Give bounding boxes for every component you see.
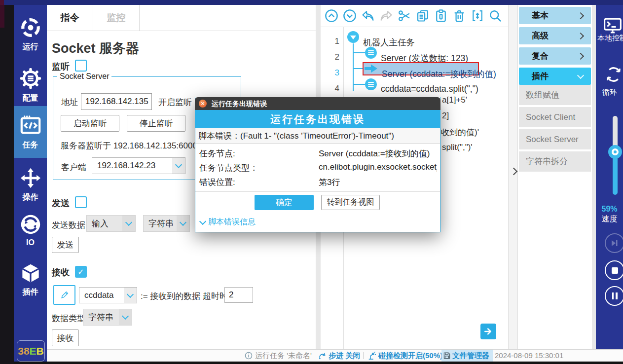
current-step-arrow-icon — [364, 64, 378, 73]
client-dropdown[interactable]: 192.168.142.23 — [92, 157, 185, 174]
ok-button[interactable]: 确定 — [255, 195, 314, 210]
tab-command[interactable]: 指令 — [47, 5, 93, 31]
status-code-char: 8 — [24, 345, 30, 357]
datatype-label: 数据类型 — [52, 313, 85, 324]
sidebar-item-label: 配置 — [23, 93, 38, 104]
undo-icon[interactable] — [361, 9, 375, 23]
task-node-type-label: 任务节点类型： — [199, 162, 258, 174]
status-code-char: B — [37, 345, 44, 357]
details-link-label: 脚本错误信息 — [208, 217, 256, 227]
page-title: Socket 服务器 — [52, 39, 139, 57]
pause-button[interactable] — [605, 286, 623, 306]
send-source-dropdown[interactable]: 输入 — [86, 215, 136, 232]
category-label: 基本 — [532, 10, 549, 21]
receive-checkbox[interactable]: ✓ — [75, 266, 87, 278]
task-node-value: Server (ccddata:=接收到的值) — [319, 148, 430, 159]
desktop-background-top — [0, 5, 4, 28]
file-manager-button[interactable]: 文件管理器 — [441, 350, 493, 362]
stop-button[interactable] — [605, 260, 623, 280]
dialog-header: 运行任务出现错误 — [195, 110, 440, 128]
loop-icon[interactable] — [604, 65, 623, 84]
collapse-panel-chevron-icon[interactable] — [510, 168, 518, 176]
receive-var-dropdown[interactable]: ccddata — [79, 287, 137, 303]
tab-monitor[interactable]: 监控 — [93, 5, 140, 31]
tree-connector — [353, 68, 363, 69]
error-position-value: 第3行 — [319, 177, 340, 188]
send-type-dropdown[interactable]: 字符串 — [143, 215, 190, 232]
plugin-item-socket-server[interactable]: Socket Server — [519, 129, 591, 150]
error-dialog: ✕ 运行任务出现错误 运行任务出现错误 脚本错误：(Fault 1- "(cla… — [195, 97, 440, 232]
info-icon — [245, 352, 253, 360]
plugin-item-array-assign[interactable]: 数组赋值 — [519, 85, 591, 106]
stop-listen-button[interactable]: 停止监听 — [127, 115, 185, 132]
datatype-dropdown[interactable]: 字符串 — [83, 309, 132, 326]
collision-status-text[interactable]: 碰撞检测开启(50%) — [378, 350, 442, 362]
line-number: 1 — [326, 36, 339, 46]
status-code-box[interactable]: 38EB — [17, 340, 45, 362]
listen-checkbox[interactable] — [75, 60, 87, 72]
sidebar-item-config[interactable]: 配置 — [14, 63, 47, 108]
move-down-icon[interactable] — [343, 9, 357, 23]
cut-icon[interactable] — [398, 9, 411, 23]
sidebar-item-plugin[interactable]: 插件 — [14, 261, 47, 298]
copy-icon[interactable] — [416, 9, 430, 23]
move-up-icon[interactable] — [325, 9, 338, 23]
node-menu-icon[interactable] — [365, 47, 377, 59]
receive-button[interactable]: 接收 — [52, 329, 79, 346]
paste-icon[interactable] — [434, 9, 448, 23]
pause-icon — [612, 292, 618, 299]
dialog-titlebar[interactable]: ✕ 运行任务出现错误 — [195, 97, 440, 110]
node-menu-icon[interactable] — [365, 78, 377, 90]
run-target-icon — [20, 17, 41, 38]
category-advanced[interactable]: 高级 — [519, 27, 591, 44]
chevron-down-icon — [124, 288, 137, 303]
left-sidebar: 运行 配置 任务 操作 IO 插件 38EB — [14, 5, 47, 362]
edit-variable-button[interactable] — [53, 285, 75, 305]
goto-task-view-button[interactable]: 转到任务视图 — [321, 195, 380, 210]
category-basic[interactable]: 基本 — [519, 7, 591, 24]
sidebar-item-task[interactable]: 任务 — [14, 106, 47, 158]
gear-icon — [19, 67, 42, 90]
receive-assign-text: := 接收到的数据 超时时间 — [141, 291, 236, 302]
delete-icon[interactable] — [452, 9, 466, 23]
collapse-node-icon[interactable] — [347, 31, 359, 43]
tree-row-selected-text[interactable]: Server (ccddata:=接收到的值) — [382, 68, 496, 80]
local-control-label[interactable]: 本地控制 — [597, 34, 623, 43]
redo-icon[interactable] — [379, 9, 393, 23]
speed-label: 速度 — [596, 214, 623, 224]
node-library-panel: 基本 高级 复合 插件 数组赋值 Socket Client Socket Se… — [518, 5, 592, 349]
step-forward-button[interactable] — [480, 324, 496, 339]
category-plugin[interactable]: 插件 — [519, 68, 591, 85]
start-listen-button[interactable]: 启动监听 — [61, 115, 119, 132]
script-error-details-link[interactable]: 脚本错误信息 — [200, 217, 256, 227]
step-mode-text[interactable]: 步进 关闭 — [329, 350, 360, 362]
category-label: 高级 — [532, 30, 549, 41]
listen-toggle-label: 开启监听 — [158, 97, 192, 108]
speed-slider-thumb[interactable] — [608, 145, 622, 159]
move-arrows-icon — [20, 167, 41, 189]
insert-icon[interactable] — [471, 9, 484, 23]
chevron-down-icon — [577, 72, 584, 79]
desktop-background-strip — [0, 5, 14, 364]
tree-row[interactable]: ccddata=ccddata.split(",") — [381, 84, 478, 94]
tree-toolbar — [321, 5, 508, 27]
sidebar-item-run[interactable]: 运行 — [14, 12, 47, 57]
chevron-down-icon — [122, 216, 135, 231]
address-input[interactable] — [81, 93, 152, 110]
send-checkbox[interactable] — [75, 196, 87, 208]
sidebar-item-operate[interactable]: 操作 — [14, 165, 47, 205]
plugin-item-string-split[interactable]: 字符串拆分 — [519, 151, 591, 173]
send-button[interactable]: 发送 — [52, 237, 79, 253]
search-icon[interactable] — [488, 9, 502, 23]
step-to-end-button[interactable] — [605, 233, 623, 253]
sidebar-item-io[interactable]: IO — [14, 212, 47, 249]
line-number: 2 — [326, 52, 339, 62]
line-number-current: 3 — [326, 68, 339, 78]
timeout-input[interactable] — [224, 287, 253, 303]
server-status-text: 服务器监听于 192.168.142.135:60006 — [61, 140, 202, 151]
category-composite[interactable]: 复合 — [519, 47, 591, 65]
close-icon[interactable]: ✕ — [199, 100, 207, 108]
plugin-item-socket-client[interactable]: Socket Client — [519, 107, 591, 128]
local-control-terminal-icon[interactable] — [603, 17, 623, 35]
arrow-right-icon — [483, 327, 493, 336]
